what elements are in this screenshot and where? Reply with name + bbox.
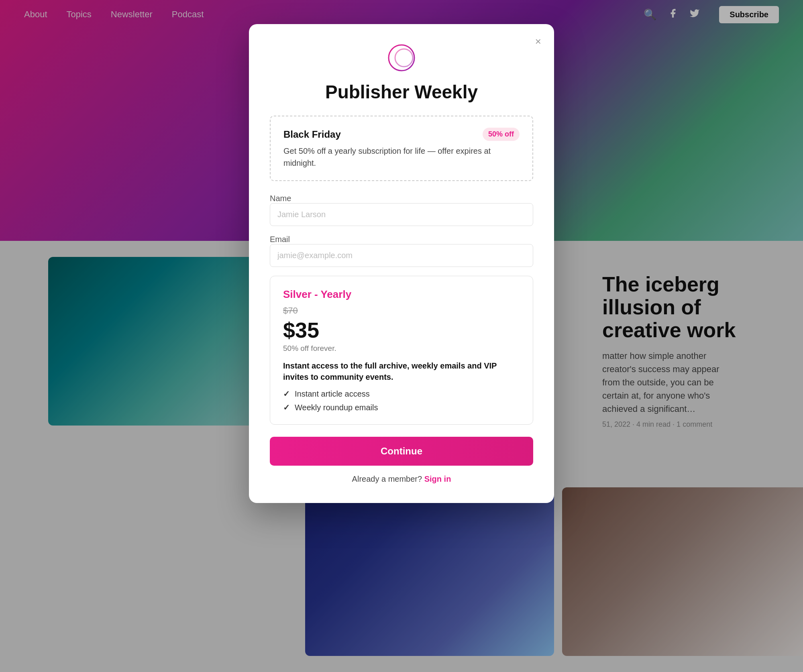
promo-box: Black Friday 50% off Get 50% off a yearl… [270, 116, 533, 181]
logo-container [270, 43, 533, 72]
promo-title: Black Friday [283, 129, 341, 140]
continue-button[interactable]: Continue [270, 437, 533, 466]
plan-feature-1: ✓ Instant article access [283, 389, 520, 399]
modal-title: Publisher Weekly [270, 81, 533, 103]
email-label: Email [270, 235, 290, 244]
close-button[interactable]: × [535, 35, 541, 48]
plan-feature-2-label: Weekly roundup emails [295, 403, 378, 412]
plan-description: Instant access to the full archive, week… [283, 360, 520, 383]
plan-discount: 50% off forever. [283, 344, 520, 353]
promo-description: Get 50% off a yearly subscription for li… [283, 145, 520, 169]
check-icon-2: ✓ [283, 403, 290, 412]
logo-icon [387, 43, 416, 72]
promo-header: Black Friday 50% off [283, 128, 520, 141]
svg-point-1 [395, 49, 413, 67]
name-input[interactable] [270, 203, 533, 226]
check-icon-1: ✓ [283, 389, 290, 399]
subscription-modal: × Publisher Weekly Black Friday 50% off … [249, 24, 554, 503]
signin-link[interactable]: Sign in [424, 474, 451, 483]
signin-text: Already a member? Sign in [270, 474, 533, 484]
already-member-text: Already a member? [352, 474, 422, 483]
plan-feature-2: ✓ Weekly roundup emails [283, 403, 520, 412]
plan-feature-1-label: Instant article access [295, 389, 370, 399]
plan-features: ✓ Instant article access ✓ Weekly roundu… [283, 389, 520, 412]
name-label: Name [270, 194, 291, 203]
plan-price: $35 [283, 318, 520, 342]
plan-original-price: $70 [283, 305, 520, 316]
plan-card: Silver - Yearly $70 $35 50% off forever.… [270, 276, 533, 425]
promo-badge: 50% off [483, 128, 520, 141]
plan-name: Silver - Yearly [283, 288, 520, 301]
email-input[interactable] [270, 244, 533, 267]
